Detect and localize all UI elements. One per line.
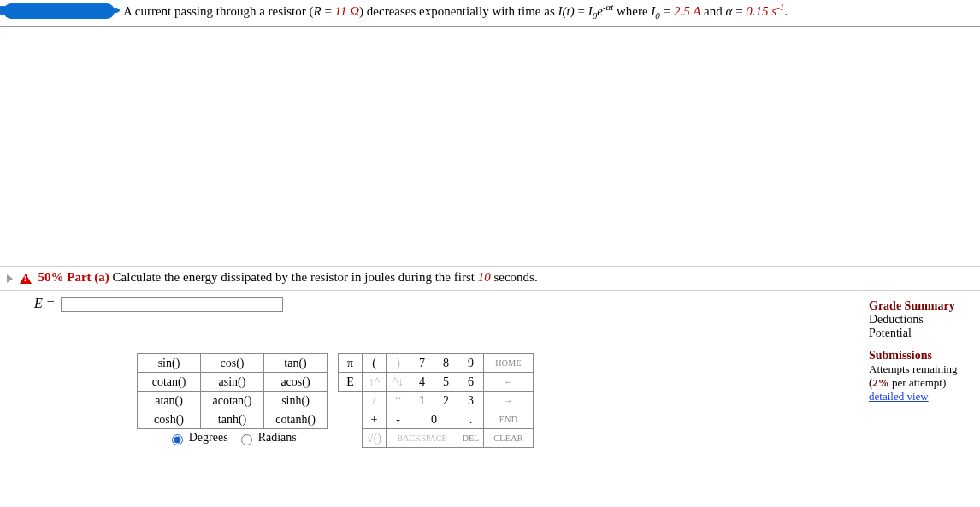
key-div[interactable]: / bbox=[363, 392, 387, 410]
degrees-radio[interactable]: Degrees bbox=[168, 431, 227, 444]
attempts-label: Attempts remaining bbox=[869, 363, 980, 376]
key-cotan[interactable]: cotan() bbox=[138, 373, 201, 392]
key-left[interactable]: ← bbox=[484, 373, 534, 392]
numeric-keypad: π ( ) 7 8 9 HOME E ↑^ ^↓ 4 5 6 bbox=[338, 353, 534, 448]
key-rparen[interactable]: ) bbox=[387, 354, 410, 373]
key-e[interactable]: E bbox=[339, 373, 363, 392]
key-del[interactable]: DEL bbox=[458, 429, 484, 448]
warning-icon bbox=[20, 274, 32, 284]
key-9[interactable]: 9 bbox=[458, 354, 484, 373]
submissions-head: Submissions bbox=[869, 349, 980, 363]
spacer bbox=[339, 410, 363, 429]
key-acotan[interactable]: acotan() bbox=[201, 392, 264, 410]
key-mul[interactable]: * bbox=[387, 392, 410, 410]
part-a-header: 50% Part (a) Calculate the energy dissip… bbox=[0, 267, 980, 291]
penalty-label: (2% per attempt) bbox=[869, 376, 980, 390]
key-pi[interactable]: π bbox=[339, 354, 363, 373]
grade-summary-panel: Grade Summary Deductions Potential Submi… bbox=[869, 296, 980, 448]
key-8[interactable]: 8 bbox=[434, 354, 458, 373]
detailed-view-link[interactable]: detailed view bbox=[869, 390, 980, 404]
redaction-mark bbox=[3, 3, 115, 19]
key-plus[interactable]: + bbox=[363, 410, 387, 429]
key-tanh[interactable]: tanh() bbox=[201, 410, 264, 429]
key-cos[interactable]: cos() bbox=[201, 354, 264, 373]
grade-summary-head: Grade Summary bbox=[869, 299, 980, 313]
spacer bbox=[339, 392, 363, 410]
spacer bbox=[339, 429, 363, 448]
key-6[interactable]: 6 bbox=[458, 373, 484, 392]
key-sinh[interactable]: sinh() bbox=[264, 392, 328, 410]
key-1[interactable]: 1 bbox=[410, 392, 434, 410]
key-0[interactable]: 0 bbox=[410, 410, 458, 429]
key-3[interactable]: 3 bbox=[458, 392, 484, 410]
problem-statement: A current passing through a resistor (R … bbox=[123, 2, 788, 21]
angle-mode: Degrees Radians bbox=[137, 429, 328, 445]
key-home[interactable]: HOME bbox=[484, 354, 534, 373]
key-acos[interactable]: acos() bbox=[264, 373, 328, 392]
key-lparen[interactable]: ( bbox=[363, 354, 387, 373]
answer-input[interactable] bbox=[61, 297, 283, 312]
key-dot[interactable]: . bbox=[458, 410, 484, 429]
key-end[interactable]: END bbox=[484, 410, 534, 429]
key-minus[interactable]: - bbox=[387, 410, 410, 429]
key-sup[interactable]: ↑^ bbox=[363, 373, 387, 392]
key-clear[interactable]: CLEAR bbox=[484, 429, 534, 448]
expand-icon[interactable] bbox=[7, 274, 13, 283]
key-cotanh[interactable]: cotanh() bbox=[264, 410, 328, 429]
answer-label: E = bbox=[34, 296, 56, 311]
key-5[interactable]: 5 bbox=[434, 373, 458, 392]
key-backspace[interactable]: BACKSPACE bbox=[387, 429, 458, 448]
key-asin[interactable]: asin() bbox=[201, 373, 264, 392]
part-percent: 50% Part (a) bbox=[38, 270, 109, 284]
radians-radio[interactable]: Radians bbox=[237, 431, 297, 444]
key-7[interactable]: 7 bbox=[410, 354, 434, 373]
key-4[interactable]: 4 bbox=[410, 373, 434, 392]
key-cosh[interactable]: cosh() bbox=[138, 410, 201, 429]
function-keypad: sin() cos() tan() cotan() asin() acos() … bbox=[137, 353, 328, 448]
key-tan[interactable]: tan() bbox=[264, 354, 328, 373]
key-sin[interactable]: sin() bbox=[138, 354, 201, 373]
key-sqrt[interactable]: √() bbox=[363, 429, 387, 448]
key-2[interactable]: 2 bbox=[434, 392, 458, 410]
key-atan[interactable]: atan() bbox=[138, 392, 201, 410]
deductions-label: Deductions bbox=[869, 313, 980, 327]
potential-label: Potential bbox=[869, 327, 980, 340]
key-right[interactable]: → bbox=[484, 392, 534, 410]
key-sub[interactable]: ^↓ bbox=[387, 373, 410, 392]
